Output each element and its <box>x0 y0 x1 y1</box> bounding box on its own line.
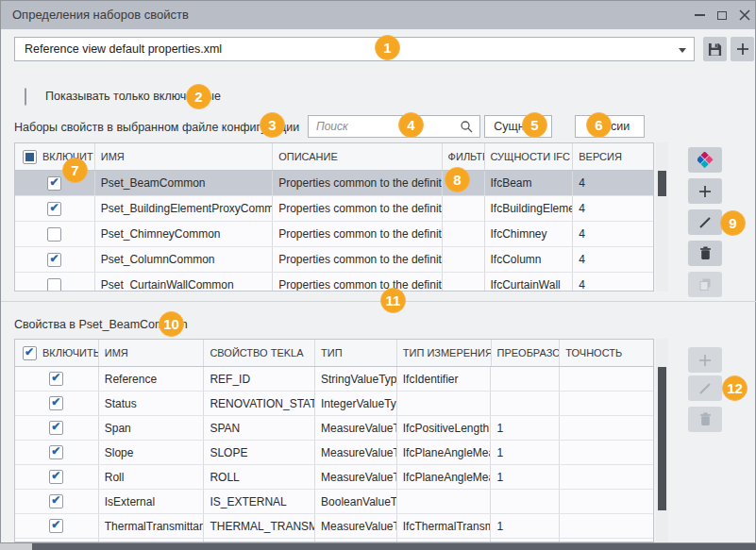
prop-measure: IfcPlaneAngleMea <box>397 465 492 489</box>
prop-precision <box>560 416 653 440</box>
edit-property-set-button[interactable] <box>688 209 722 235</box>
copy-property-set-button[interactable] <box>688 272 722 297</box>
prop-name: ThermalTransmittance <box>99 514 205 538</box>
pset-name: Pset_BeamCommon <box>95 171 273 195</box>
psets-table-scrollbar[interactable] <box>656 142 668 292</box>
prop-type: BooleanValueTy <box>315 539 397 542</box>
config-file-value: Reference view default properties.xml <box>25 42 222 56</box>
pset-entities: IfcChimney <box>485 222 574 246</box>
row-checkbox[interactable] <box>47 176 61 191</box>
props-scrollbar-thumb[interactable] <box>658 367 666 510</box>
prop-tekla: LOAD_BEARING <box>204 539 315 542</box>
row-checkbox[interactable] <box>49 421 63 435</box>
trash-icon <box>699 412 712 426</box>
prop-type: MeasureValueTy <box>315 441 397 464</box>
edit-property-button[interactable] <box>688 375 722 401</box>
prop-tekla: SPAN <box>204 416 315 440</box>
select-all-checkbox[interactable] <box>23 346 37 360</box>
add-property-button[interactable] <box>688 347 722 373</box>
psets-scrollbar-thumb[interactable] <box>658 171 666 196</box>
column-header-precision[interactable]: ТОЧНОСТЬ <box>560 340 653 366</box>
callout-badge-12: 12 <box>722 375 748 401</box>
column-header-filter[interactable]: ФИЛЬТР <box>443 143 485 170</box>
plus-icon <box>698 185 712 198</box>
row-checkbox[interactable] <box>47 202 61 216</box>
property-row[interactable]: Slope SLOPE MeasureValueTy IfcPlaneAngle… <box>15 441 653 465</box>
pset-name: Pset_ColumnCommon <box>95 247 273 272</box>
search-input[interactable] <box>308 115 480 138</box>
row-checkbox[interactable] <box>49 494 63 508</box>
pinwheel-icon <box>697 152 714 168</box>
property-row[interactable]: Span SPAN MeasureValueTy IfcPositiveLeng… <box>15 416 653 441</box>
pset-entities: IfcColumn <box>485 247 574 272</box>
maximize-button[interactable] <box>712 5 732 25</box>
pset-row[interactable]: Pset_CurtainWallCommon Properties common… <box>15 273 653 292</box>
splitter[interactable] <box>1 301 756 302</box>
prop-type: IntegerValueTyp <box>315 392 397 415</box>
config-file-select[interactable]: Reference view default properties.xml <box>14 37 695 61</box>
column-header-enabled[interactable]: ВКЛЮЧИТЬ <box>15 340 99 366</box>
property-row[interactable]: IsExternal IS_EXTERNAL BooleanValueTy <box>15 490 653 514</box>
column-header-type[interactable]: ТИП <box>315 340 397 366</box>
delete-property-set-button[interactable] <box>688 241 722 266</box>
row-checkbox[interactable] <box>47 227 61 242</box>
minimize-button[interactable] <box>689 5 710 25</box>
pset-version: 4 <box>573 247 653 272</box>
prop-conversion: 1 <box>491 441 560 464</box>
prop-conversion: 1 <box>491 514 560 538</box>
delete-property-button[interactable] <box>688 407 722 432</box>
callout-badge-11: 11 <box>380 288 406 313</box>
property-set-definitions-dialog: Определения наборов свойств Reference vi… <box>0 0 756 543</box>
column-header-name[interactable]: ИМЯ <box>95 143 273 170</box>
row-checkbox[interactable] <box>47 253 61 267</box>
pset-name: Pset_CurtainWallCommon <box>95 273 273 292</box>
pset-description: Properties common to the definition <box>273 222 442 246</box>
row-checkbox[interactable] <box>49 519 63 533</box>
prop-precision <box>560 490 653 513</box>
column-header-name[interactable]: ИМЯ <box>99 340 205 366</box>
row-checkbox[interactable] <box>49 372 63 386</box>
row-checkbox[interactable] <box>49 396 63 410</box>
manage-property-set-types-button[interactable] <box>688 147 722 173</box>
window-title: Определения наборов свойств <box>12 8 189 22</box>
add-config-button[interactable] <box>731 37 754 61</box>
prop-type: StringValueType <box>315 367 397 391</box>
chevron-down-icon <box>679 48 686 53</box>
pset-row[interactable]: Pset_BeamCommon Properties common to the… <box>15 171 653 196</box>
prop-tekla: IS_EXTERNAL <box>204 490 315 513</box>
select-all-checkbox[interactable] <box>23 150 37 164</box>
callout-badge-2: 2 <box>186 84 211 109</box>
column-header-measure[interactable]: ТИП ИЗМЕРЕНИЯ <box>397 340 492 366</box>
property-row[interactable]: Roll ROLL MeasureValueTy IfcPlaneAngleMe… <box>15 465 653 490</box>
pset-row[interactable]: Pset_ColumnCommon Properties common to t… <box>15 247 653 273</box>
save-config-button[interactable] <box>703 37 727 61</box>
background-window-edge <box>32 543 756 550</box>
show-only-enabled-checkbox[interactable] <box>25 88 26 106</box>
column-header-description[interactable]: ОПИСАНИЕ <box>273 143 442 170</box>
property-row[interactable]: LoadBearing LOAD_BEARING BooleanValueTy <box>15 539 653 542</box>
column-header-conversion[interactable]: ПРЕОБРАЗОВАН <box>492 340 561 366</box>
callout-badge-3: 3 <box>260 112 285 138</box>
prop-name: Roll <box>99 465 205 489</box>
prop-precision <box>560 441 653 464</box>
prop-conversion: 1 <box>491 465 560 489</box>
pset-row[interactable]: Pset_ChimneyCommon Properties common to … <box>15 222 653 247</box>
prop-measure: IfcThermalTransm <box>397 514 492 538</box>
column-header-entities[interactable]: СУЩНОСТИ IFC <box>485 143 574 170</box>
column-header-version[interactable]: ВЕРСИЯ <box>573 143 653 170</box>
pset-row[interactable]: Pset_BuildingElementProxyCommon Properti… <box>15 196 653 222</box>
property-row[interactable]: ThermalTransmittance THERMAL_TRANSMITTA … <box>15 514 653 539</box>
copy-icon <box>699 278 712 292</box>
row-checkbox[interactable] <box>47 278 61 292</box>
pset-description: Properties common to the definition <box>273 273 442 292</box>
property-row[interactable]: Status RENOVATION_STATUS IntegerValueTyp <box>15 392 653 416</box>
close-button[interactable] <box>734 5 755 25</box>
row-checkbox[interactable] <box>49 445 63 459</box>
prop-precision <box>560 539 653 542</box>
row-checkbox[interactable] <box>49 470 63 484</box>
callout-badge-5: 5 <box>522 112 547 138</box>
add-property-set-button[interactable] <box>688 178 722 204</box>
pset-version: 4 <box>573 222 653 246</box>
property-row[interactable]: Reference REF_ID StringValueType IfcIden… <box>15 367 653 392</box>
column-header-tekla[interactable]: СВОЙСТВО TEKLA <box>204 340 315 366</box>
